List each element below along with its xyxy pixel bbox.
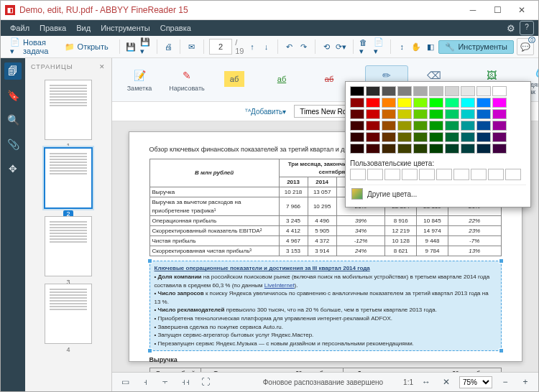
view-single-icon[interactable]: ▭ [118, 375, 132, 388]
delete-page-icon[interactable]: 🗑▾ [359, 38, 369, 55]
color-swatch[interactable] [429, 132, 443, 142]
color-swatch[interactable] [461, 98, 475, 108]
custom-color-slot[interactable] [436, 169, 452, 180]
new-task-button[interactable]: 📄▾ Новая задача [5, 38, 57, 55]
thumbnail[interactable]: 4 [45, 284, 92, 344]
color-swatch[interactable] [429, 121, 443, 131]
minimize-button[interactable]: ─ [461, 2, 485, 18]
note-button[interactable]: 📝Заметка [118, 65, 161, 94]
color-swatch[interactable] [429, 86, 443, 96]
thumbnail[interactable]: 3 [45, 216, 92, 276]
color-swatch[interactable] [461, 121, 475, 131]
signatures-panel-icon[interactable]: ✥ [4, 160, 22, 177]
color-swatch[interactable] [413, 98, 428, 108]
close-button[interactable]: ✕ [510, 2, 534, 18]
color-swatch[interactable] [397, 121, 412, 131]
color-swatch[interactable] [350, 144, 364, 154]
zoom-out-icon[interactable]: − [498, 375, 512, 388]
custom-color-slot[interactable] [453, 169, 469, 180]
color-swatch[interactable] [397, 109, 412, 119]
custom-color-slot[interactable] [402, 169, 418, 180]
menu-view[interactable]: Вид [71, 24, 96, 32]
menu-help[interactable]: Справка [155, 24, 196, 32]
color-swatch[interactable] [382, 132, 396, 142]
hand-icon[interactable]: ✋ [410, 38, 422, 55]
color-swatch[interactable] [413, 86, 428, 96]
color-swatch[interactable] [366, 98, 380, 108]
save-as-icon[interactable]: 💾▾ [139, 38, 151, 55]
attachments-panel-icon[interactable]: 📎 [4, 136, 22, 153]
gear-icon[interactable]: ⚙ [507, 23, 515, 34]
color-swatch[interactable] [413, 132, 428, 142]
color-swatch[interactable] [445, 132, 459, 142]
zoom-select[interactable]: 75% [459, 376, 492, 388]
color-swatch[interactable] [429, 98, 443, 108]
zoom-in-icon[interactable]: + [518, 375, 533, 388]
strike-button[interactable]: аб [308, 69, 351, 90]
selection-handle[interactable] [147, 348, 152, 353]
comments-button[interactable]: 💬 [517, 38, 534, 55]
color-swatch[interactable] [366, 86, 380, 96]
color-swatch[interactable] [350, 98, 364, 108]
custom-color-slot[interactable] [471, 169, 487, 180]
color-swatch[interactable] [413, 121, 428, 131]
other-colors-button[interactable]: Другие цвета... [350, 185, 526, 202]
color-swatch[interactable] [350, 132, 364, 142]
color-swatch[interactable] [492, 109, 507, 119]
color-swatch[interactable] [445, 86, 459, 96]
fit-width-icon[interactable]: ↔ [419, 375, 433, 388]
color-swatch[interactable] [397, 132, 412, 142]
color-swatch[interactable] [413, 144, 428, 154]
color-swatch[interactable] [476, 98, 491, 108]
selected-text-block[interactable]: Ключевые операционные показатели и дости… [149, 261, 502, 351]
color-swatch[interactable] [350, 121, 364, 131]
color-swatch[interactable] [429, 109, 443, 119]
color-swatch[interactable] [397, 98, 412, 108]
view-two-icon[interactable]: ⫟ [158, 375, 172, 388]
custom-color-slot[interactable] [367, 169, 383, 180]
view-continuous-icon[interactable]: ⫞ [138, 375, 152, 388]
color-swatch[interactable] [445, 121, 459, 131]
custom-color-slot[interactable] [350, 169, 366, 180]
fullscreen-icon[interactable]: ⛶ [198, 375, 213, 388]
color-swatch[interactable] [461, 132, 475, 142]
color-swatch[interactable] [476, 86, 491, 96]
open-button[interactable]: 📁 Открыть [60, 38, 114, 55]
color-swatch[interactable] [382, 144, 396, 154]
selection-handle[interactable] [147, 258, 152, 263]
color-swatch[interactable] [382, 109, 396, 119]
color-swatch[interactable] [476, 144, 491, 154]
thumbnails-close-icon[interactable]: ✕ [99, 63, 106, 70]
color-swatch[interactable] [461, 109, 475, 119]
menu-edit[interactable]: Правка [34, 24, 71, 32]
menu-file[interactable]: Файл [5, 24, 34, 32]
draw-button[interactable]: ✎Нарисовать [165, 65, 208, 94]
color-swatch[interactable] [397, 144, 412, 154]
mail-icon[interactable]: ✉ [186, 38, 197, 55]
color-swatch[interactable] [445, 109, 459, 119]
page-tool-icon[interactable]: 📄▾ [373, 38, 384, 55]
scroll-icon[interactable]: ↕ [397, 38, 407, 55]
fit-cross-icon[interactable]: ✕ [439, 375, 453, 388]
search-panel-icon[interactable]: 🔍 [4, 111, 22, 129]
color-swatch[interactable] [461, 86, 475, 96]
pages-panel-icon[interactable]: 🗐 [4, 62, 22, 80]
custom-color-slot[interactable] [419, 169, 435, 180]
color-swatch[interactable] [382, 86, 396, 96]
selection-handle[interactable] [499, 348, 504, 353]
menu-tools[interactable]: Инструменты [96, 24, 155, 32]
selection-handle[interactable] [499, 258, 504, 263]
custom-color-slot[interactable] [488, 169, 504, 180]
tools-panel-button[interactable]: 🔧 Инструменты [438, 40, 514, 54]
color-swatch[interactable] [397, 86, 412, 96]
color-swatch[interactable] [429, 144, 443, 154]
color-swatch[interactable] [366, 144, 380, 154]
color-swatch[interactable] [492, 144, 507, 154]
page-up-icon[interactable]: ↑ [247, 38, 257, 55]
thumbnail[interactable]: 1 [45, 80, 92, 140]
color-swatch[interactable] [366, 121, 380, 131]
custom-color-slot[interactable] [505, 169, 521, 180]
rotate-left-icon[interactable]: ⟲ [321, 38, 331, 55]
color-swatch[interactable] [382, 98, 396, 108]
color-swatch[interactable] [350, 86, 364, 96]
